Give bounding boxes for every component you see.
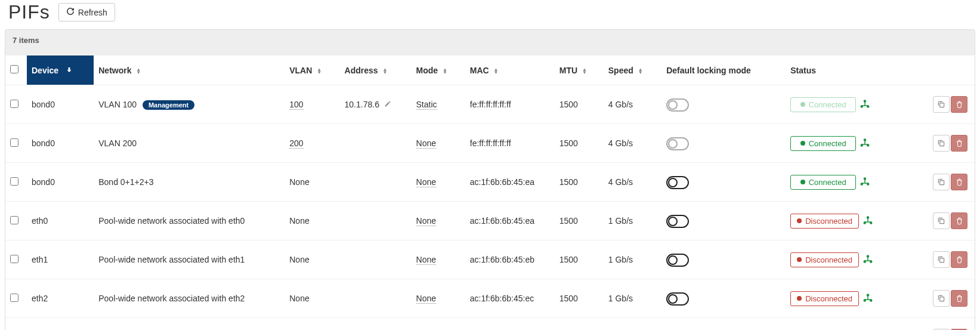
vlan-cell[interactable]: 100 [289, 100, 303, 110]
network-cell[interactable]: VLAN 100 [98, 100, 137, 109]
row-checkbox[interactable] [10, 177, 18, 186]
speed-cell: 1 Gb/s [608, 216, 633, 226]
svg-point-13 [669, 178, 677, 187]
select-all-checkbox[interactable] [10, 65, 18, 73]
delete-button[interactable] [951, 135, 967, 152]
mode-cell[interactable]: None [416, 255, 436, 265]
sort-icon: ▲▼ [136, 68, 141, 74]
edit-address-icon[interactable] [384, 100, 391, 109]
col-mode-label: Mode [416, 66, 438, 75]
locking-toggle[interactable] [666, 137, 688, 149]
copy-button[interactable] [933, 174, 950, 190]
delete-button[interactable] [951, 251, 967, 268]
mac-cell: ac:1f:6b:6b:45:ec [470, 294, 534, 303]
network-tree-icon[interactable] [860, 101, 870, 110]
speed-cell: 1 Gb/s [608, 294, 633, 303]
sort-icon: ▲▼ [494, 68, 499, 74]
delete-button[interactable] [951, 96, 967, 113]
copy-button[interactable] [933, 290, 950, 307]
locking-toggle[interactable] [666, 215, 688, 227]
network-cell[interactable]: Pool-wide network associated with eth2 [98, 294, 245, 303]
copy-button[interactable] [933, 96, 950, 113]
refresh-label: Refresh [78, 8, 107, 17]
row-checkbox[interactable] [10, 138, 18, 147]
network-tree-icon[interactable] [860, 140, 870, 149]
row-checkbox[interactable] [10, 216, 18, 224]
page-title: PIFs [8, 1, 50, 23]
svg-rect-5 [940, 103, 944, 107]
network-tree-icon[interactable] [862, 217, 873, 227]
network-tree-icon[interactable] [860, 178, 870, 188]
status-dot-icon [797, 257, 802, 262]
row-checkbox[interactable] [10, 100, 18, 108]
status-pill[interactable]: Connected [790, 175, 856, 190]
locking-toggle[interactable] [666, 292, 688, 304]
network-cell[interactable]: Pool-wide network associated with eth0 [98, 216, 245, 226]
svg-rect-35 [940, 297, 944, 301]
speed-cell: 1 Gb/s [608, 255, 633, 264]
col-address[interactable]: Address ▲▼ [340, 55, 412, 85]
device-cell: bond0 [32, 138, 55, 148]
locking-toggle[interactable] [666, 176, 688, 188]
status-pill[interactable]: Connected [790, 136, 856, 151]
table-row: eth1Pool-wide network associated with et… [5, 240, 975, 279]
col-locking: Default locking mode [661, 55, 786, 85]
col-mtu-label: MTU [559, 66, 577, 75]
status-pill[interactable]: Disconnected [790, 291, 859, 306]
network-tree-icon[interactable] [862, 256, 873, 266]
copy-button[interactable] [933, 212, 950, 229]
refresh-button[interactable]: Refresh [58, 3, 115, 21]
status-pill[interactable]: Disconnected [790, 214, 859, 229]
mode-cell[interactable]: None [416, 138, 436, 149]
col-locking-label: Default locking mode [666, 66, 751, 75]
svg-point-25 [669, 256, 677, 264]
locking-toggle[interactable] [666, 254, 688, 266]
svg-point-31 [669, 295, 677, 303]
network-cell[interactable]: Bond 0+1+2+3 [98, 177, 153, 187]
svg-rect-17 [940, 181, 944, 185]
col-speed[interactable]: Speed ▲▼ [604, 55, 661, 85]
status-dot-icon [800, 102, 805, 107]
col-address-label: Address [345, 66, 378, 75]
vlan-cell: None [289, 177, 309, 187]
col-actions [911, 55, 975, 85]
network-cell[interactable]: Pool-wide network associated with eth1 [98, 255, 245, 264]
delete-button[interactable] [951, 290, 967, 307]
mac-cell: ac:1f:6b:6b:45:eb [470, 255, 534, 264]
speed-cell: 4 Gb/s [608, 138, 633, 148]
col-mtu[interactable]: MTU ▲▼ [555, 55, 604, 85]
col-device[interactable]: Device [27, 55, 94, 85]
speed-cell: 4 Gb/s [608, 100, 633, 109]
mode-cell[interactable]: None [416, 216, 436, 226]
vlan-cell[interactable]: 200 [289, 138, 303, 149]
copy-button[interactable] [933, 251, 950, 268]
device-cell: eth0 [32, 216, 48, 226]
col-network[interactable]: Network ▲▼ [94, 55, 285, 85]
items-count: 7 items [5, 30, 975, 55]
status-pill[interactable]: Connected [790, 97, 856, 112]
address-cell: 10.1.78.6 [345, 100, 379, 109]
svg-point-1 [669, 101, 677, 109]
sort-desc-icon [66, 66, 73, 75]
device-cell: bond0 [32, 177, 55, 187]
mode-cell[interactable]: None [416, 177, 436, 187]
col-mac[interactable]: MAC ▲▼ [465, 55, 555, 85]
copy-button[interactable] [933, 135, 950, 152]
row-checkbox[interactable] [10, 255, 18, 263]
delete-button[interactable] [951, 212, 967, 229]
col-mode[interactable]: Mode ▲▼ [412, 55, 465, 85]
network-cell[interactable]: VLAN 200 [98, 138, 137, 148]
mode-cell[interactable]: None [416, 294, 436, 304]
delete-button[interactable] [951, 174, 967, 190]
status-pill[interactable]: Disconnected [790, 252, 859, 267]
col-vlan[interactable]: VLAN ▲▼ [285, 55, 339, 85]
mac-cell: fe:ff:ff:ff:ff:ff [470, 138, 511, 148]
col-mac-label: MAC [470, 66, 489, 75]
status-dot-icon [797, 218, 802, 223]
locking-toggle[interactable] [666, 98, 688, 110]
device-cell: eth2 [32, 294, 48, 303]
mode-cell[interactable]: Static [416, 100, 437, 110]
network-tree-icon[interactable] [862, 295, 873, 304]
status-label: Disconnected [805, 255, 852, 264]
row-checkbox[interactable] [10, 294, 18, 302]
